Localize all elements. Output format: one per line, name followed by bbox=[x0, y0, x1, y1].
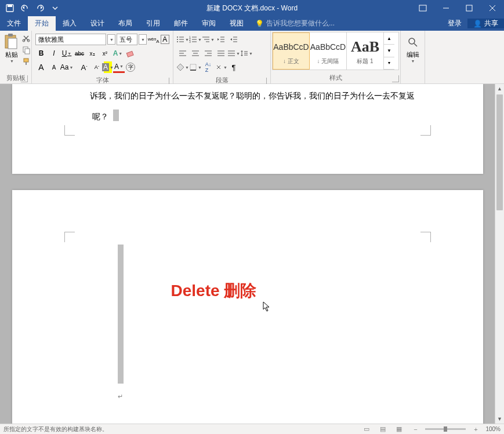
sort-button[interactable]: A↓Z bbox=[202, 61, 214, 73]
copy-icon[interactable] bbox=[21, 45, 31, 55]
font-name-dropdown[interactable]: ▼ bbox=[107, 34, 115, 45]
body-text-line1[interactable]: 诉我，我们的日子为什么一去不复返呢？聪明的，你告诉我，我们的日子为什么一去不复返 bbox=[74, 90, 431, 103]
vertical-scrollbar: ▲ ▼ bbox=[495, 84, 504, 424]
char-border-icon[interactable]: A bbox=[161, 35, 169, 44]
editing-label: 编辑 bbox=[407, 50, 419, 59]
style-name: ↓ 无间隔 bbox=[317, 57, 339, 65]
style-scroll-down[interactable]: ▼ bbox=[384, 45, 394, 57]
text-effects-button[interactable]: A▼ bbox=[112, 48, 124, 59]
svg-line-60 bbox=[414, 43, 417, 46]
style-scroll: ▲ ▼ ▾ bbox=[384, 32, 394, 70]
styles-launcher[interactable] bbox=[392, 75, 399, 82]
change-case-button[interactable]: Aa▼ bbox=[61, 61, 72, 73]
shrink-font-button[interactable]: A bbox=[48, 61, 60, 73]
style-scroll-up[interactable]: ▲ bbox=[384, 32, 394, 45]
multilevel-list-button[interactable]: ▼ bbox=[202, 34, 214, 45]
undo-icon[interactable] bbox=[19, 2, 31, 14]
tab-review[interactable]: 审阅 bbox=[195, 16, 223, 31]
tab-insert[interactable]: 插入 bbox=[56, 16, 84, 31]
chevron-down-icon: ▼ bbox=[411, 59, 415, 63]
web-layout-icon[interactable]: ▦ bbox=[393, 425, 405, 434]
style-no-spacing[interactable]: AaBbCcD ↓ 无间隔 bbox=[310, 32, 347, 70]
style-heading1[interactable]: AaB 标题 1 bbox=[347, 32, 384, 70]
asian-layout-button[interactable]: ▼ bbox=[215, 61, 227, 73]
justify-button[interactable] bbox=[215, 48, 227, 59]
tab-file[interactable]: 文件 bbox=[0, 16, 28, 31]
document-area[interactable]: 诉我，我们的日子为什么一去不复返呢？聪明的，你告诉我，我们的日子为什么一去不复返… bbox=[0, 84, 495, 424]
phonetic-guide-icon[interactable]: wénA bbox=[148, 34, 159, 45]
paste-button[interactable]: 粘贴 ▼ bbox=[3, 33, 20, 70]
svg-rect-8 bbox=[8, 38, 17, 49]
char-scaling-button[interactable]: Aˇ bbox=[91, 61, 103, 73]
font-color-button[interactable]: A▼ bbox=[113, 61, 125, 73]
close-icon[interactable] bbox=[481, 0, 504, 16]
tab-view[interactable]: 视图 bbox=[223, 16, 251, 31]
find-button[interactable]: 编辑 ▼ bbox=[404, 33, 421, 63]
grow-font-button[interactable]: A bbox=[35, 61, 47, 73]
svg-point-59 bbox=[409, 38, 415, 44]
zoom-slider[interactable] bbox=[425, 428, 466, 430]
highlight-button[interactable]: A▼ bbox=[104, 61, 112, 73]
numbering-button[interactable]: 123▼ bbox=[190, 34, 201, 45]
clipboard-launcher[interactable] bbox=[21, 75, 28, 82]
font-name-combo[interactable]: 微软雅黑 bbox=[35, 34, 106, 45]
tab-design[interactable]: 设计 bbox=[84, 16, 111, 31]
window-title: 新建 DOCX 文档.docx - Word bbox=[206, 3, 298, 13]
chevron-down-icon: ▼ bbox=[10, 59, 14, 63]
save-icon[interactable] bbox=[3, 2, 16, 14]
distributed-button[interactable]: ▼ bbox=[228, 48, 240, 59]
borders-button[interactable]: ▼ bbox=[190, 61, 201, 73]
bold-button[interactable]: B bbox=[35, 48, 47, 59]
style-expand[interactable]: ▾ bbox=[384, 57, 394, 70]
align-left-button[interactable] bbox=[177, 48, 188, 59]
status-bar: 所指定的文字不是有效的构建基块名称。 ▭ ▤ ▦ − + 100% bbox=[0, 424, 504, 434]
tab-layout[interactable]: 布局 bbox=[111, 16, 139, 31]
redo-icon[interactable] bbox=[34, 2, 46, 14]
body-text-line2[interactable]: 呢？ bbox=[92, 112, 108, 122]
scroll-up[interactable]: ▲ bbox=[495, 84, 504, 93]
zoom-out-button[interactable]: − bbox=[409, 425, 422, 434]
scroll-thumb[interactable] bbox=[496, 94, 503, 210]
window-controls bbox=[411, 0, 504, 16]
ribbon-display-icon[interactable] bbox=[411, 0, 434, 16]
style-normal[interactable]: AaBbCcD ↓ 正文 bbox=[273, 32, 310, 70]
ribbon: 粘贴 ▼ 剪贴板 微软雅黑 ▼ 五号 ▼ wénA A B I bbox=[0, 31, 504, 84]
font-size-combo[interactable]: 五号 bbox=[117, 34, 138, 45]
cut-icon[interactable] bbox=[21, 33, 31, 43]
font-size-dropdown[interactable]: ▼ bbox=[139, 34, 146, 45]
tab-references[interactable]: 引用 bbox=[139, 16, 167, 31]
bullets-button[interactable]: ▼ bbox=[177, 34, 188, 45]
share-button[interactable]: 👤 共享 bbox=[467, 19, 504, 28]
qat-customize-icon[interactable] bbox=[49, 2, 61, 14]
char-shading-button[interactable]: Aˇ bbox=[78, 61, 90, 73]
styles-group-label: 样式 bbox=[272, 74, 399, 82]
minimize-icon[interactable] bbox=[434, 0, 458, 16]
line-spacing-button[interactable]: ▼ bbox=[241, 48, 252, 59]
maximize-icon[interactable] bbox=[458, 0, 481, 16]
format-painter-icon[interactable] bbox=[21, 56, 31, 67]
zoom-level[interactable]: 100% bbox=[485, 426, 501, 432]
show-marks-button[interactable]: ¶ bbox=[228, 61, 240, 73]
zoom-in-button[interactable]: + bbox=[469, 425, 482, 434]
tab-mailings[interactable]: 邮件 bbox=[167, 16, 195, 31]
shading-button[interactable]: ▼ bbox=[177, 61, 188, 73]
subscript-button[interactable]: x₂ bbox=[86, 48, 98, 59]
zoom-thumb[interactable] bbox=[444, 426, 447, 432]
clear-formatting-icon[interactable] bbox=[125, 48, 136, 59]
strikethrough-button[interactable]: abc bbox=[74, 48, 85, 59]
decrease-indent-button[interactable] bbox=[215, 34, 227, 45]
italic-button[interactable]: I bbox=[48, 48, 60, 59]
enclose-char-button[interactable]: 字 bbox=[126, 63, 135, 72]
superscript-button[interactable]: x² bbox=[99, 48, 111, 59]
tell-me-search[interactable]: 💡 告诉我您想要做什么... bbox=[255, 16, 335, 31]
tab-home[interactable]: 开始 bbox=[28, 16, 56, 31]
scroll-down[interactable]: ▼ bbox=[495, 414, 504, 424]
increase-indent-button[interactable] bbox=[228, 34, 240, 45]
read-mode-icon[interactable]: ▭ bbox=[360, 425, 373, 434]
align-center-button[interactable] bbox=[190, 48, 201, 59]
print-layout-icon[interactable]: ▤ bbox=[376, 425, 389, 434]
style-name: ↓ 正文 bbox=[283, 57, 299, 65]
align-right-button[interactable] bbox=[202, 48, 214, 59]
login-button[interactable]: 登录 bbox=[442, 19, 467, 28]
underline-button[interactable]: U▼ bbox=[61, 48, 72, 59]
